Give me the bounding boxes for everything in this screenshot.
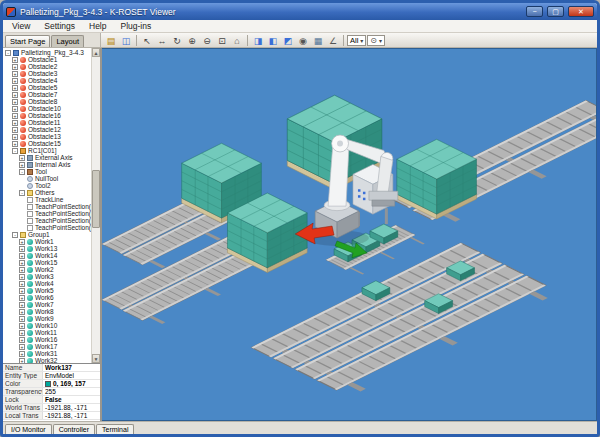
- tree-item-obstacle3[interactable]: +Obstacle3: [3, 70, 91, 77]
- tree-item-work17[interactable]: +Work17: [3, 343, 91, 350]
- tree-item-obstacle4[interactable]: +Obstacle4: [3, 77, 91, 84]
- tree-expander-icon[interactable]: +: [19, 260, 25, 266]
- tree-expander-icon[interactable]: -: [12, 232, 18, 238]
- title-bar[interactable]: Palletizing_Pkg_3-4.3 - K-ROSET Viewer −…: [3, 3, 597, 20]
- tree-item-work8[interactable]: +Work8: [3, 308, 91, 315]
- tree-expander-icon[interactable]: +: [19, 344, 25, 350]
- tree-expander-icon[interactable]: +: [19, 309, 25, 315]
- property-value[interactable]: -1921.88, -171: [43, 412, 100, 419]
- toolbar-view-iso-button[interactable]: ◩: [281, 34, 295, 47]
- toolbar-view-top-button[interactable]: ◧: [266, 34, 280, 47]
- tree-expander-icon[interactable]: +: [12, 134, 18, 140]
- tree-item-work15[interactable]: +Work15: [3, 259, 91, 266]
- tree-expander-icon[interactable]: +: [19, 295, 25, 301]
- tree-expander-icon[interactable]: +: [19, 246, 25, 252]
- bottom-tab-i-o-monitor[interactable]: I/O Monitor: [5, 424, 52, 434]
- tree-expander-icon[interactable]: -: [12, 148, 18, 154]
- tree-item-work9[interactable]: +Work9: [3, 315, 91, 322]
- tree-expander-icon[interactable]: +: [19, 253, 25, 259]
- tree-expander-icon[interactable]: +: [12, 120, 18, 126]
- tree-expander-icon[interactable]: +: [19, 337, 25, 343]
- tree-item-work3[interactable]: +Work3: [3, 273, 91, 280]
- maximize-button[interactable]: ▢: [547, 6, 564, 17]
- tree-item-obstacle2[interactable]: +Obstacle2: [3, 63, 91, 70]
- tree-expander-icon[interactable]: +: [19, 162, 25, 168]
- tree-expander-icon[interactable]: -: [19, 190, 25, 196]
- tree-item-teachpointsection-put-wor[interactable]: TeachPointSection(put_wor: [3, 217, 91, 224]
- tree-item-tool2[interactable]: Tool2: [3, 182, 91, 189]
- tree-item-rc1-c01[interactable]: -RC1[C01]: [3, 147, 91, 154]
- tab-start-page[interactable]: Start Page: [5, 35, 50, 47]
- tree-item-teachpointsection-go-hom[interactable]: TeachPointSection(go_hom: [3, 203, 91, 210]
- toolbar-measure-button[interactable]: ∠: [326, 34, 340, 47]
- tree-expander-icon[interactable]: +: [19, 316, 25, 322]
- tree-expander-icon[interactable]: +: [12, 78, 18, 84]
- tree-item-teachpointsection-back-w[interactable]: TeachPointSection(back_w: [3, 224, 91, 231]
- tree-item-work1[interactable]: +Work1: [3, 238, 91, 245]
- tree-expander-icon[interactable]: +: [19, 351, 25, 357]
- property-value[interactable]: 0, 169, 157: [43, 380, 100, 387]
- toolbar-view-front-button[interactable]: ◨: [251, 34, 265, 47]
- property-value[interactable]: EnvModel: [43, 372, 100, 379]
- tree-item-work14[interactable]: +Work14: [3, 252, 91, 259]
- tree-item-work4[interactable]: +Work4: [3, 280, 91, 287]
- tree-expander-icon[interactable]: +: [12, 92, 18, 98]
- tree-item-trackline[interactable]: TrackLine: [3, 196, 91, 203]
- tree-expander-icon[interactable]: +: [12, 99, 18, 105]
- tree-item-others[interactable]: -Others: [3, 189, 91, 196]
- toolbar-orbit-view-button[interactable]: ↻: [170, 34, 184, 47]
- tree-item-obstacle16[interactable]: +Obstacle16: [3, 112, 91, 119]
- tree-item-work16[interactable]: +Work16: [3, 336, 91, 343]
- tree-item-work31[interactable]: +Work31: [3, 350, 91, 357]
- tree-item-obstacle15[interactable]: +Obstacle15: [3, 140, 91, 147]
- toolbar-open-file-button[interactable]: ▤: [104, 34, 118, 47]
- tree-item-obstacle7[interactable]: +Obstacle7: [3, 91, 91, 98]
- tree-item-work5[interactable]: +Work5: [3, 287, 91, 294]
- close-button[interactable]: ✕: [568, 6, 594, 17]
- tree-item-work6[interactable]: +Work6: [3, 294, 91, 301]
- tree-item-external-axis[interactable]: +External Axis: [3, 154, 91, 161]
- menu-plug-ins[interactable]: Plug-ins: [113, 21, 158, 31]
- tree-item-work11[interactable]: +Work11: [3, 329, 91, 336]
- tree-item-obstacle10[interactable]: +Obstacle10: [3, 105, 91, 112]
- toolbar-zoom-out-button[interactable]: ⊖: [200, 34, 214, 47]
- tree-item-obstacle1[interactable]: +Obstacle1: [3, 56, 91, 63]
- tree-expander-icon[interactable]: +: [12, 113, 18, 119]
- tree-expander-icon[interactable]: +: [19, 274, 25, 280]
- minimize-button[interactable]: −: [526, 6, 543, 17]
- tree-expander-icon[interactable]: +: [19, 267, 25, 273]
- tree-item-tool[interactable]: -Tool: [3, 168, 91, 175]
- tree-expander-icon[interactable]: +: [12, 141, 18, 147]
- tree-expander-icon[interactable]: +: [12, 57, 18, 63]
- scrollbar-thumb[interactable]: [92, 170, 100, 228]
- scroll-down-icon[interactable]: ▼: [92, 354, 100, 363]
- tree-item-internal-axis[interactable]: +Internal Axis: [3, 161, 91, 168]
- toolbar-show-grid-button[interactable]: ▦: [311, 34, 325, 47]
- property-value[interactable]: 255: [43, 388, 100, 395]
- tree-expander-icon[interactable]: +: [19, 239, 25, 245]
- tab-layout[interactable]: Layout: [51, 35, 84, 47]
- scroll-up-icon[interactable]: ▲: [92, 48, 100, 57]
- tree-item-work7[interactable]: +Work7: [3, 301, 91, 308]
- tree-scrollbar[interactable]: ▲ ▼: [91, 48, 100, 363]
- tree-expander-icon[interactable]: +: [19, 330, 25, 336]
- tree-item-obstacle12[interactable]: +Obstacle12: [3, 126, 91, 133]
- tree-expander-icon[interactable]: +: [19, 281, 25, 287]
- tree-expander-icon[interactable]: +: [19, 323, 25, 329]
- menu-help[interactable]: Help: [82, 21, 113, 31]
- toolbar-pan-view-button[interactable]: ↔: [155, 34, 169, 47]
- tree-expander-icon[interactable]: +: [12, 85, 18, 91]
- toolbar-select-pointer-button[interactable]: ↖: [140, 34, 154, 47]
- scrollbar-track[interactable]: [92, 57, 100, 354]
- toolbar-camera-capture-button[interactable]: ◉: [296, 34, 310, 47]
- property-value[interactable]: False: [43, 396, 100, 403]
- toolbar-zoom-window-button[interactable]: ⊡: [215, 34, 229, 47]
- tree-expander-icon[interactable]: +: [19, 302, 25, 308]
- tree-item-obstacle5[interactable]: +Obstacle5: [3, 84, 91, 91]
- toolbar-fit-view-button[interactable]: ⌂: [230, 34, 244, 47]
- scene-canvas[interactable]: [102, 49, 596, 420]
- tree-item-nulltool[interactable]: NullTool: [3, 175, 91, 182]
- property-value[interactable]: Work137: [43, 364, 100, 371]
- tree-item-teachpointsection-pick-wo[interactable]: TeachPointSection(pick_wo: [3, 210, 91, 217]
- tree-item-work13[interactable]: +Work13: [3, 245, 91, 252]
